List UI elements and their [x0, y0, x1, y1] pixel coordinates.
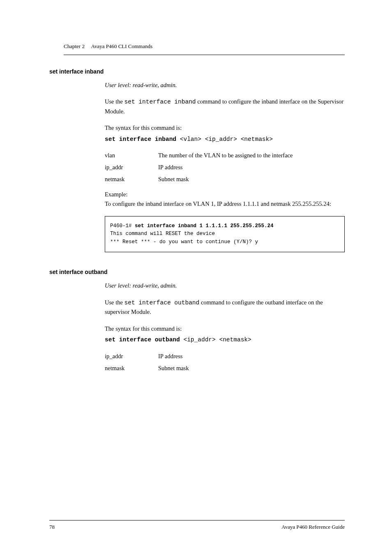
param-desc: IP address — [158, 164, 345, 171]
cmd-inline-2: set interface outband — [125, 299, 200, 306]
cmd-inline-1: set interface inband — [125, 99, 196, 105]
param-desc: Subnet mask — [158, 176, 345, 183]
chapter-title: Avaya P460 CLI Commands — [91, 43, 152, 49]
chapter-number: Chapter 2 — [64, 43, 85, 49]
param-table-1: vlan The number of the VLAN to be assign… — [105, 152, 345, 183]
description-1: Use the set interface inband command to … — [105, 97, 345, 116]
user-level-2: User level: read-write, admin. — [105, 281, 345, 290]
param-row: vlan The number of the VLAN to be assign… — [105, 152, 345, 159]
param-row: ip_addr IP address — [105, 164, 345, 171]
example-text-1: To configure the inband interface on VLA… — [105, 200, 345, 209]
param-name: ip_addr — [105, 353, 158, 360]
section-heading-outband: set interface outband — [49, 269, 345, 275]
user-level-1: User level: read-write, admin. — [105, 81, 345, 90]
example-label-1: Example: — [105, 191, 345, 198]
param-name: vlan — [105, 152, 158, 159]
param-name: netmask — [105, 176, 158, 183]
syntax-intro-2: The syntax for this command is: — [105, 324, 345, 333]
syntax-line-2: set interface outband <ip_addr> <netmask… — [105, 335, 345, 344]
param-name: ip_addr — [105, 164, 158, 171]
param-row: ip_addr IP address — [105, 353, 345, 360]
section-heading-inband: set interface inband — [49, 68, 345, 75]
code-box-1: P460-1# set interface inband 1 1.1.1.1 2… — [105, 216, 345, 252]
syntax-intro-1: The syntax for this command is: — [105, 123, 345, 132]
page-footer: 78 Avaya P460 Reference Guide — [49, 520, 345, 530]
footer-text: Avaya P460 Reference Guide — [281, 524, 345, 530]
param-row: netmask Subnet mask — [105, 365, 345, 372]
description-2: Use the set interface outband command to… — [105, 298, 345, 317]
syntax-line-1: set interface inband <vlan> <ip_addr> <n… — [105, 134, 345, 144]
param-table-2: ip_addr IP address netmask Subnet mask — [105, 353, 345, 372]
param-row: netmask Subnet mask — [105, 176, 345, 183]
param-name: netmask — [105, 365, 158, 372]
chapter-header: Chapter 2 Avaya P460 CLI Commands — [64, 43, 345, 55]
param-desc: Subnet mask — [158, 365, 345, 372]
param-desc: The number of the VLAN to be assigned to… — [158, 152, 345, 159]
page-number: 78 — [49, 524, 55, 530]
param-desc: IP address — [158, 353, 345, 360]
